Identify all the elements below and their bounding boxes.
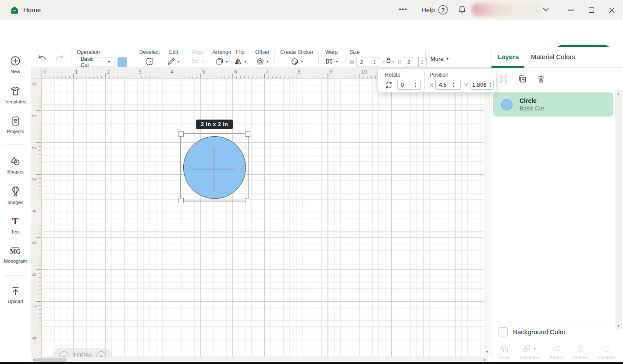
sidebar-item-new[interactable]: New [0, 55, 31, 74]
tab-home[interactable]: Home [0, 0, 46, 20]
group-icon[interactable] [498, 74, 509, 84]
resize-handle-sw[interactable] [178, 198, 184, 203]
overflow-menu-dots: ••• [399, 6, 408, 12]
sidebar-item-shapes[interactable]: Shapes [0, 155, 31, 174]
position-x-stepper[interactable]: ▲▼ [450, 80, 457, 89]
help-button[interactable]: Help ? [421, 5, 448, 14]
maximize-button[interactable] [586, 4, 597, 16]
resize-handle-ne[interactable] [245, 131, 250, 137]
position-y-input[interactable]: 1.806 ▲▼ [470, 80, 494, 90]
sidebar-item-templates[interactable]: Templates [0, 85, 31, 104]
ruler-number: 5 [202, 69, 205, 75]
size-group: Size W 2 ▲▼ H 2 ▲▼ [349, 49, 427, 67]
width-input[interactable]: 2 ▲▼ [356, 57, 379, 67]
position-y-stepper[interactable]: ▲▼ [487, 80, 493, 89]
operation-color-swatch[interactable] [117, 57, 127, 67]
operation-dropdown[interactable]: Basic Cut ▼ [77, 57, 114, 67]
ruler-number: 10 [361, 69, 367, 75]
tab-layers[interactable]: Layers [498, 53, 519, 60]
rotate-label: Rotate [385, 72, 400, 78]
flip-button[interactable]: Flip ▼ [231, 49, 249, 66]
scroll-right-icon[interactable]: ► [483, 358, 487, 362]
sidebar-divider [4, 145, 26, 145]
combine-icon [522, 344, 531, 353]
height-value: 2 [404, 57, 418, 67]
contour-button[interactable]: Contour [598, 344, 615, 360]
background-color-checkbox[interactable] [498, 327, 508, 336]
canvas-vertical-scrollbar[interactable]: ▲ ▼ [484, 68, 490, 357]
height-stepper[interactable]: ▲▼ [418, 57, 425, 67]
slice-button[interactable]: Slice [499, 344, 510, 360]
rotate-stepper[interactable]: ▲▼ [412, 80, 419, 89]
combine-button[interactable]: ▼ Combine [520, 344, 539, 360]
redo-button[interactable] [54, 54, 64, 62]
arrange-button[interactable]: Arrange ▼ [210, 49, 234, 66]
width-stepper[interactable]: ▲▼ [371, 57, 378, 67]
user-account-blurred[interactable] [471, 3, 541, 16]
close-button[interactable] [606, 4, 617, 16]
canvas-grid[interactable]: 2 in x 2 in − 100% + [42, 79, 484, 357]
width-value: 2 [357, 57, 371, 67]
edit-button[interactable]: Edit ▼ [164, 49, 183, 66]
flatten-label: Flatten [573, 355, 588, 360]
tab-material-colors[interactable]: Material Colors [531, 53, 575, 60]
align-button[interactable]: Align ▼ [188, 49, 208, 66]
maximize-icon [589, 7, 594, 13]
overflow-menu-button[interactable]: ••• [399, 6, 408, 12]
attach-icon [552, 344, 561, 353]
warp-button[interactable]: Warp ▼ [321, 49, 342, 66]
bell-icon [457, 4, 467, 15]
resize-handle-se[interactable] [245, 198, 250, 203]
minimize-button[interactable] [566, 4, 577, 16]
ruler-number: 2 [31, 145, 37, 151]
resize-handle-nw[interactable] [178, 131, 184, 137]
scrollbar-thumb[interactable] [35, 358, 67, 362]
offset-button[interactable]: Offset ▼ [252, 49, 273, 66]
rotate-input[interactable]: 0 ▲▼ [397, 80, 421, 90]
size-lock-icon[interactable] [381, 56, 395, 65]
notifications-button[interactable] [457, 4, 467, 15]
layer-row-circle[interactable]: Circle Basic Cut [493, 92, 613, 117]
align-label: Align [192, 49, 204, 55]
help-label: Help [421, 6, 435, 14]
sidebar-item-label: Templates [4, 99, 26, 104]
edit-toolbar: Operation Basic Cut ▼ Deselect Edit ▼ [31, 47, 491, 68]
delete-icon[interactable] [536, 74, 546, 84]
height-input[interactable]: 2 ▲▼ [404, 57, 427, 67]
create-sticker-label: Create Sticker [280, 49, 313, 55]
scroll-up-icon[interactable]: ▲ [617, 92, 620, 96]
position-x-input[interactable]: 4.5 ▲▼ [435, 80, 461, 90]
sidebar-item-label: Upload [8, 299, 23, 304]
sidebar-item-monogram[interactable]: MG Monogram [0, 245, 31, 264]
circle-shape[interactable] [183, 136, 246, 199]
slice-icon [500, 344, 509, 353]
sidebar-item-upload[interactable]: Upload [0, 286, 31, 304]
window-bottom-edge [0, 362, 623, 364]
flatten-button[interactable]: Flatten [573, 344, 588, 360]
svg-text:T: T [12, 216, 19, 226]
panel-scrollbar[interactable]: ▲ ▼ [615, 90, 622, 330]
dropdown-caret-icon: ▼ [177, 60, 180, 63]
sidebar-item-projects[interactable]: Projects [0, 116, 31, 134]
scroll-down-icon[interactable]: ▼ [485, 350, 489, 354]
more-button[interactable]: More ▼ [431, 56, 449, 62]
sidebar-item-images[interactable]: Images [0, 186, 31, 205]
sidebar-item-text[interactable]: T Text [0, 216, 31, 234]
plus-circle-icon [10, 55, 21, 67]
duplicate-icon[interactable] [517, 74, 527, 84]
dropdown-caret-icon: ▼ [266, 60, 269, 63]
position-x-value: 4.5 [436, 80, 450, 89]
toolbar-divider [186, 51, 186, 63]
attach-button[interactable]: Attach [549, 344, 563, 360]
position-y-value: 1.806 [470, 80, 487, 89]
account-menu-chevron[interactable] [541, 6, 550, 13]
canvas-horizontal-scrollbar[interactable]: ◄ ► [31, 357, 488, 363]
ruler-number: 7 [31, 303, 37, 309]
dropdown-caret-icon: ▼ [201, 60, 204, 63]
undo-button[interactable] [38, 54, 47, 62]
rotate-icon[interactable] [384, 81, 393, 89]
operation-value: Basic Cut [81, 56, 100, 68]
panel-tabs: Layers Material Colors [491, 47, 623, 68]
deselect-button[interactable]: Deselect [137, 49, 162, 66]
create-sticker-button[interactable]: Create Sticker ▼ [277, 49, 317, 66]
